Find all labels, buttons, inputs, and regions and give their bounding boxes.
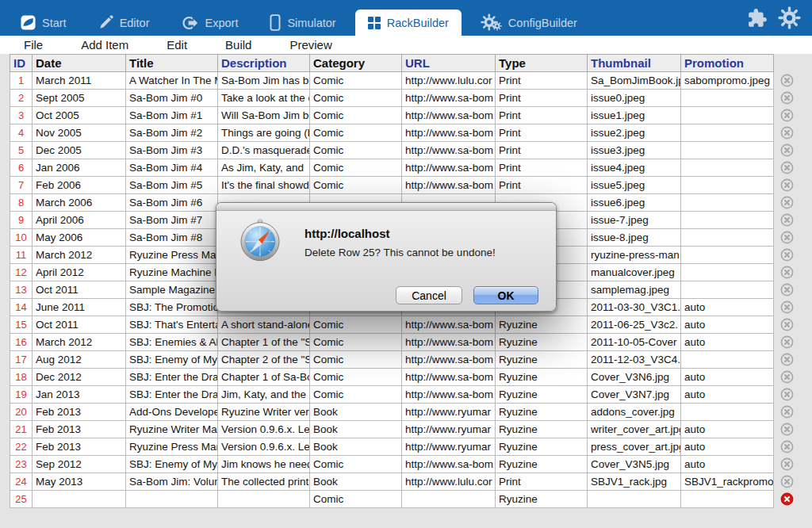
delete-row-button[interactable] (774, 177, 801, 194)
delete-row-button[interactable] (774, 369, 801, 386)
cell-title[interactable]: SBJ: The Promotion (126, 299, 218, 316)
cell-promotion[interactable]: auto (681, 369, 774, 386)
column-header-date[interactable]: Date (33, 55, 126, 72)
cell-url[interactable]: http://www.sa-bom (402, 456, 496, 473)
cell-title[interactable]: Sa-Bom Jim #3 (126, 142, 218, 159)
tab-start[interactable]: Start (8, 10, 79, 36)
cell-description[interactable]: D.D.'s masquerade s (218, 142, 310, 159)
delete-row-icon[interactable] (780, 143, 794, 157)
delete-row-button[interactable] (774, 438, 801, 456)
delete-row-button[interactable] (774, 229, 801, 247)
cell-description[interactable]: Will Sa-Bom Jim be (218, 107, 310, 124)
cell-url[interactable]: http://www.ryumar (402, 438, 496, 456)
delete-row-icon[interactable] (780, 231, 794, 244)
cell-thumbnail[interactable]: issue-8.jpeg (588, 229, 681, 247)
delete-row-icon[interactable] (780, 283, 794, 297)
plugin-puzzle-icon[interactable] (747, 8, 768, 29)
cell-url[interactable]: http://www.sa-bom (402, 159, 496, 177)
cell-url[interactable]: http://www.sa-bom (402, 351, 496, 369)
settings-gear-icon[interactable] (778, 6, 801, 29)
cell-thumbnail[interactable]: Cover_V3N5.jpg (588, 456, 681, 473)
cell-thumbnail[interactable]: issue3.jpeg (588, 142, 681, 159)
cell-thumbnail[interactable]: issue2.jpeg (588, 124, 681, 142)
delete-row-button[interactable] (774, 159, 801, 177)
cell-category[interactable]: Comic (310, 334, 402, 351)
cell-title[interactable]: Ryuzine Machine M (126, 264, 218, 281)
cell-thumbnail[interactable]: issue-7.jpeg (588, 212, 681, 229)
cell-category[interactable]: Book (310, 473, 402, 491)
cell-promotion[interactable]: auto (681, 421, 774, 438)
cell-promotion[interactable] (681, 229, 774, 247)
tab-configbuilder[interactable]: ConfigBuilder (468, 10, 590, 36)
delete-row-button[interactable] (774, 299, 801, 316)
cell-date[interactable]: March 2011 (33, 72, 126, 90)
cell-promotion[interactable] (681, 491, 774, 508)
cell-category[interactable]: Comic (310, 177, 402, 194)
cell-category[interactable]: Comic (310, 72, 402, 90)
cell-category[interactable]: Book (310, 438, 402, 456)
cell-promotion[interactable] (681, 90, 774, 107)
delete-row-button[interactable] (774, 124, 801, 142)
cell-category[interactable]: Comic (310, 142, 402, 159)
delete-row-button[interactable] (774, 90, 801, 107)
cell-type[interactable]: Ryuzine (496, 316, 588, 334)
cell-url[interactable]: http://www.lulu.cor (402, 72, 496, 90)
delete-row-button[interactable] (774, 421, 801, 438)
delete-row-icon[interactable] (780, 300, 794, 314)
cell-promotion[interactable] (681, 264, 774, 281)
cell-url[interactable]: http://www.sa-bom (402, 124, 496, 142)
cell-title[interactable]: SBJ: Enter the Drago (126, 369, 218, 386)
cell-promotion[interactable]: auto (681, 386, 774, 404)
cell-date[interactable]: Sept 2005 (33, 90, 126, 107)
delete-row-button[interactable] (774, 212, 801, 229)
column-header-category[interactable]: Category (310, 55, 402, 72)
delete-row-icon[interactable] (780, 440, 794, 453)
cell-thumbnail[interactable]: issue5.jpeg (588, 177, 681, 194)
cell-url[interactable]: http://www.ryumar (402, 421, 496, 438)
cell-type[interactable]: Print (496, 177, 588, 194)
delete-row-button[interactable] (774, 334, 801, 351)
cell-promotion[interactable]: auto (681, 438, 774, 456)
cell-thumbnail[interactable]: Cover_V3N6.jpg (588, 369, 681, 386)
cell-thumbnail[interactable]: issue0.jpeg (588, 90, 681, 107)
cell-date[interactable]: Feb 2006 (33, 177, 126, 194)
delete-row-button[interactable] (774, 491, 801, 508)
delete-row-icon[interactable] (780, 91, 794, 105)
cell-promotion[interactable] (681, 404, 774, 421)
cell-promotion[interactable]: auto (681, 299, 774, 316)
cell-thumbnail[interactable]: addons_cover.jpg (588, 404, 681, 421)
cell-thumbnail[interactable]: manualcover.jpeg (588, 264, 681, 281)
delete-row-icon[interactable] (780, 74, 794, 87)
delete-row-button[interactable] (774, 107, 801, 124)
cell-title[interactable]: SBJ: Enemy of My En (126, 351, 218, 369)
cell-title[interactable]: Sa-Bom Jim #7 (126, 212, 218, 229)
delete-row-button[interactable] (774, 247, 801, 264)
cell-thumbnail[interactable]: Cover_V3N7.jpg (588, 386, 681, 404)
cell-promotion[interactable]: SBJV1_rackpromo.jp (681, 473, 774, 491)
delete-row-button[interactable] (774, 386, 801, 404)
cell-type[interactable]: Ryuzine (496, 456, 588, 473)
cell-description[interactable]: Version 0.9.6.x. Lea (218, 421, 310, 438)
cell-thumbnail[interactable]: 2011-12-03_V3C4. (588, 351, 681, 369)
cell-date[interactable]: Feb 2013 (33, 404, 126, 421)
cell-url[interactable] (402, 491, 496, 508)
cell-type[interactable]: Print (496, 72, 588, 90)
column-header-id[interactable]: ID (10, 55, 33, 72)
cell-promotion[interactable] (681, 142, 774, 159)
cell-title[interactable]: Sa-Bom Jim #4 (126, 159, 218, 177)
cell-type[interactable]: Ryuzine (496, 491, 588, 508)
cell-thumbnail[interactable]: samplemag.jpeg (588, 281, 681, 299)
cell-thumbnail[interactable]: writer_cover_art.jpg (588, 421, 681, 438)
cell-category[interactable]: Comic (310, 124, 402, 142)
cell-title[interactable]: Sample Magazine (126, 281, 218, 299)
tab-editor[interactable]: Editor (86, 10, 163, 36)
cell-category[interactable]: Comic (310, 90, 402, 107)
cell-category[interactable]: Comic (310, 491, 402, 508)
cell-thumbnail[interactable]: SBJV1_rack.jpg (588, 473, 681, 491)
tab-export[interactable]: Export (169, 10, 251, 36)
cell-description[interactable]: Chapter 1 of Sa-Bor (218, 369, 310, 386)
cell-date[interactable]: Oct 2011 (33, 281, 126, 299)
cell-date[interactable]: Jan 2013 (33, 386, 126, 404)
cell-promotion[interactable] (681, 159, 774, 177)
cell-date[interactable]: Nov 2005 (33, 124, 126, 142)
